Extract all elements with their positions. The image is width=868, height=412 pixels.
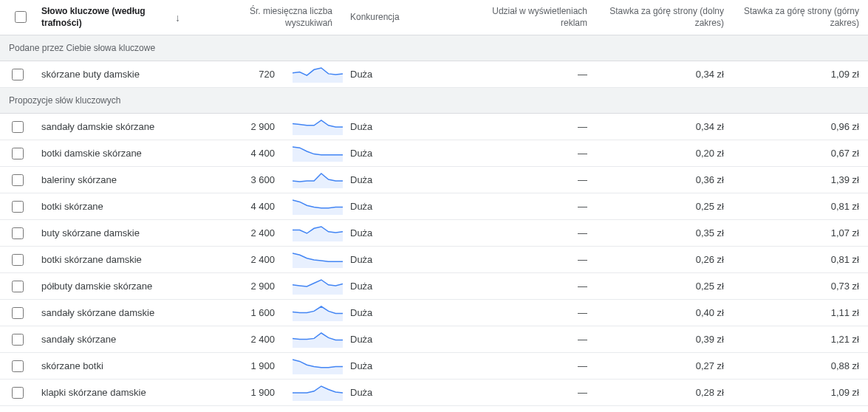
row-checkbox[interactable] bbox=[12, 360, 24, 372]
bid-low-cell: 0,26 zł bbox=[596, 247, 733, 273]
trend-cell bbox=[284, 61, 341, 88]
ad-share-cell: — bbox=[467, 353, 596, 380]
header-checkbox-cell bbox=[0, 0, 33, 35]
keyword-cell[interactable]: sandały damskie skórzane bbox=[33, 114, 195, 140]
keyword-cell[interactable]: sandały skórzane bbox=[33, 326, 195, 353]
table-row: botki damskie skórzane 4 400 Duża — 0,20… bbox=[0, 140, 868, 167]
bid-high-cell: 1,21 zł bbox=[733, 326, 868, 353]
bid-low-cell: 0,34 zł bbox=[596, 61, 733, 88]
keyword-cell[interactable]: klapki skórzane damskie bbox=[33, 380, 195, 406]
table-row: botki skórzane damskie 2 400 Duża — 0,26… bbox=[0, 247, 868, 273]
section-provided: Podane przez Ciebie słowa kluczowe bbox=[0, 35, 868, 61]
trend-sparkline bbox=[293, 358, 343, 374]
trend-sparkline bbox=[293, 172, 343, 188]
bid-high-cell: 1,07 zł bbox=[733, 220, 868, 247]
table-row: buty skórzane damskie 2 400 Duża — 0,35 … bbox=[0, 220, 868, 247]
searches-cell: 2 900 bbox=[195, 273, 284, 300]
keyword-cell[interactable]: botki skórzane bbox=[33, 193, 195, 220]
bid-high-cell: 1,39 zł bbox=[733, 167, 868, 193]
competition-cell: Duża bbox=[341, 380, 467, 406]
ad-share-cell: — bbox=[467, 220, 596, 247]
trend-sparkline bbox=[293, 278, 343, 295]
row-checkbox[interactable] bbox=[12, 307, 24, 319]
bid-high-cell: 0,67 zł bbox=[733, 140, 868, 167]
header-searches[interactable]: Śr. miesięczna liczba wyszukiwań bbox=[195, 0, 341, 35]
header-keyword-label: Słowo kluczowe (według trafności) bbox=[41, 6, 171, 29]
table-row: sandały skórzane 2 400 Duża — 0,39 zł 1,… bbox=[0, 326, 868, 353]
trend-cell bbox=[284, 167, 341, 193]
row-checkbox[interactable] bbox=[12, 281, 24, 292]
header-bid-low[interactable]: Stawka za górę strony (dolny zakres) bbox=[596, 0, 733, 35]
searches-cell: 2 400 bbox=[195, 326, 284, 353]
row-checkbox[interactable] bbox=[12, 174, 24, 186]
table-row: sandały skórzane damskie 1 600 Duża — 0,… bbox=[0, 300, 868, 326]
trend-cell bbox=[284, 220, 341, 247]
row-checkbox[interactable] bbox=[12, 148, 24, 159]
trend-cell bbox=[284, 380, 341, 406]
ad-share-cell: — bbox=[467, 114, 596, 140]
row-checkbox[interactable] bbox=[12, 227, 24, 239]
competition-cell: Duża bbox=[341, 273, 467, 300]
header-keyword[interactable]: Słowo kluczowe (według trafności) ↓ bbox=[33, 0, 195, 35]
ad-share-cell: — bbox=[467, 193, 596, 220]
searches-cell: 4 400 bbox=[195, 193, 284, 220]
row-checkbox[interactable] bbox=[12, 387, 24, 399]
keyword-cell[interactable]: buty skórzane damskie bbox=[33, 220, 195, 247]
ad-share-cell: — bbox=[467, 140, 596, 167]
trend-cell bbox=[284, 114, 341, 140]
searches-cell: 1 600 bbox=[195, 300, 284, 326]
table-row: klapki skórzane damskie 1 900 Duża — 0,2… bbox=[0, 380, 868, 406]
bid-low-cell: 0,25 zł bbox=[596, 193, 733, 220]
searches-cell: 2 400 bbox=[195, 247, 284, 273]
header-ad-share[interactable]: Udział w wyświetleniach reklam bbox=[467, 0, 596, 35]
bid-high-cell: 0,88 zł bbox=[733, 353, 868, 380]
competition-cell: Duża bbox=[341, 220, 467, 247]
row-checkbox[interactable] bbox=[12, 121, 24, 133]
row-checkbox[interactable] bbox=[12, 69, 24, 80]
ad-share-cell: — bbox=[467, 380, 596, 406]
searches-cell: 2 400 bbox=[195, 220, 284, 247]
searches-cell: 1 900 bbox=[195, 380, 284, 406]
trend-cell bbox=[284, 353, 341, 380]
row-checkbox[interactable] bbox=[12, 334, 24, 346]
keyword-cell[interactable]: baleriny skórzane bbox=[33, 167, 195, 193]
bid-low-cell: 0,27 zł bbox=[596, 353, 733, 380]
bid-high-cell: 1,11 zł bbox=[733, 300, 868, 326]
bid-high-cell: 0,81 zł bbox=[733, 247, 868, 273]
row-checkbox[interactable] bbox=[12, 201, 24, 213]
row-checkbox[interactable] bbox=[12, 254, 24, 266]
bid-low-cell: 0,28 zł bbox=[596, 380, 733, 406]
table-row: botki skórzane 4 400 Duża — 0,25 zł 0,81… bbox=[0, 193, 868, 220]
trend-sparkline bbox=[293, 252, 343, 268]
bid-low-cell: 0,39 zł bbox=[596, 326, 733, 353]
ad-share-cell: — bbox=[467, 247, 596, 273]
keyword-cell[interactable]: botki skórzane damskie bbox=[33, 247, 195, 273]
keyword-cell[interactable]: półbuty damskie skórzane bbox=[33, 273, 195, 300]
keyword-cell[interactable]: sandały skórzane damskie bbox=[33, 300, 195, 326]
keyword-planner-table: Słowo kluczowe (według trafności) ↓ Śr. … bbox=[0, 0, 868, 406]
select-all-checkbox[interactable] bbox=[15, 11, 27, 23]
bid-low-cell: 0,35 zł bbox=[596, 220, 733, 247]
sort-descending-icon: ↓ bbox=[175, 11, 180, 24]
keyword-cell[interactable]: skórzane buty damskie bbox=[33, 61, 195, 88]
trend-sparkline bbox=[293, 385, 343, 401]
trend-sparkline bbox=[293, 225, 343, 241]
table-row: półbuty damskie skórzane 2 900 Duża — 0,… bbox=[0, 273, 868, 300]
bid-high-cell: 0,73 zł bbox=[733, 273, 868, 300]
trend-cell bbox=[284, 326, 341, 353]
ad-share-cell: — bbox=[467, 61, 596, 88]
header-bid-high[interactable]: Stawka za górę strony (górny zakres) bbox=[733, 0, 868, 35]
header-competition[interactable]: Konkurencja bbox=[341, 0, 467, 35]
bid-low-cell: 0,25 zł bbox=[596, 273, 733, 300]
trend-cell bbox=[284, 273, 341, 300]
bid-low-cell: 0,34 zł bbox=[596, 114, 733, 140]
table-row: skórzane botki 1 900 Duża — 0,27 zł 0,88… bbox=[0, 353, 868, 380]
competition-cell: Duża bbox=[341, 167, 467, 193]
keyword-cell[interactable]: botki damskie skórzane bbox=[33, 140, 195, 167]
bid-low-cell: 0,36 zł bbox=[596, 167, 733, 193]
competition-cell: Duża bbox=[341, 326, 467, 353]
ad-share-cell: — bbox=[467, 326, 596, 353]
competition-cell: Duża bbox=[341, 193, 467, 220]
bid-high-cell: 0,96 zł bbox=[733, 114, 868, 140]
keyword-cell[interactable]: skórzane botki bbox=[33, 353, 195, 380]
